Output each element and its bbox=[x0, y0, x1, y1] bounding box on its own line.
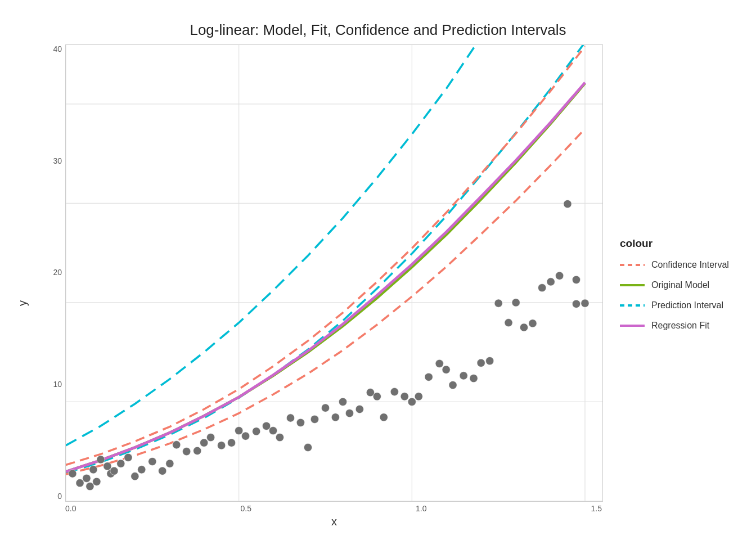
legend-item-prediction: Prediction Interval bbox=[620, 300, 738, 310]
svg-point-16 bbox=[97, 456, 105, 464]
svg-point-34 bbox=[235, 427, 243, 435]
legend-item-regression: Regression Fit bbox=[620, 321, 738, 331]
svg-point-61 bbox=[470, 375, 478, 382]
svg-point-28 bbox=[182, 447, 190, 455]
data-points bbox=[69, 200, 589, 490]
svg-point-50 bbox=[373, 393, 381, 400]
chart-body: y 0 10 20 30 40 bbox=[12, 44, 744, 534]
svg-point-11 bbox=[76, 479, 84, 487]
svg-point-47 bbox=[345, 410, 353, 417]
svg-point-74 bbox=[581, 299, 589, 307]
svg-point-57 bbox=[435, 359, 443, 367]
chart-svg bbox=[65, 44, 603, 502]
svg-point-72 bbox=[564, 200, 572, 208]
svg-point-12 bbox=[83, 474, 91, 482]
svg-point-39 bbox=[276, 433, 284, 441]
regression-fit-swatch bbox=[620, 325, 645, 327]
x-ticks-row: 0.0 0.5 1.0 1.5 bbox=[65, 504, 603, 513]
svg-point-22 bbox=[131, 472, 139, 480]
prediction-interval-label: Prediction Interval bbox=[651, 300, 723, 310]
svg-point-10 bbox=[69, 470, 76, 478]
legend-item-original: Original Model bbox=[620, 280, 738, 290]
svg-point-36 bbox=[253, 428, 260, 435]
prediction-interval-swatch bbox=[620, 304, 645, 307]
svg-point-73 bbox=[572, 300, 580, 308]
svg-point-38 bbox=[269, 427, 277, 435]
original-model-swatch bbox=[620, 284, 645, 286]
svg-point-67 bbox=[520, 323, 528, 331]
confidence-interval-swatch bbox=[620, 264, 645, 266]
svg-point-63 bbox=[486, 357, 494, 365]
svg-point-55 bbox=[415, 393, 422, 400]
original-model-label: Original Model bbox=[651, 280, 709, 290]
svg-point-59 bbox=[449, 381, 457, 389]
svg-point-66 bbox=[512, 299, 520, 307]
svg-point-56 bbox=[425, 373, 433, 381]
svg-point-64 bbox=[494, 299, 502, 307]
svg-point-13 bbox=[86, 483, 94, 490]
confidence-interval-lower bbox=[66, 129, 585, 474]
svg-point-44 bbox=[321, 404, 329, 412]
svg-point-45 bbox=[331, 413, 339, 421]
confidence-interval-label: Confidence Interval bbox=[651, 260, 729, 270]
legend-title: colour bbox=[620, 237, 738, 250]
svg-point-48 bbox=[356, 405, 363, 413]
svg-point-40 bbox=[286, 414, 294, 422]
chart-title: Log-linear: Model, Fit, Confidence and P… bbox=[190, 21, 566, 39]
svg-point-65 bbox=[505, 319, 512, 327]
svg-point-35 bbox=[241, 432, 249, 440]
svg-point-43 bbox=[310, 415, 318, 423]
svg-point-75 bbox=[572, 276, 580, 284]
svg-point-17 bbox=[104, 462, 111, 470]
regression-fit-line bbox=[66, 83, 585, 472]
svg-point-51 bbox=[380, 413, 388, 421]
chart-container: Log-linear: Model, Fit, Confidence and P… bbox=[12, 11, 744, 529]
svg-point-70 bbox=[547, 278, 555, 286]
y-axis-label: y bbox=[12, 44, 33, 534]
svg-point-60 bbox=[460, 372, 467, 380]
svg-point-42 bbox=[304, 443, 312, 451]
svg-point-33 bbox=[227, 439, 235, 447]
plot-and-yaxis: 0 10 20 30 40 bbox=[44, 44, 603, 502]
legend-item-confidence: Confidence Interval bbox=[620, 260, 738, 270]
original-model-line bbox=[66, 83, 585, 471]
svg-point-58 bbox=[442, 366, 450, 374]
svg-point-30 bbox=[200, 439, 208, 447]
svg-point-41 bbox=[296, 418, 304, 426]
svg-point-26 bbox=[166, 460, 174, 467]
y-ticks: 0 10 20 30 40 bbox=[44, 44, 65, 502]
svg-point-53 bbox=[400, 393, 408, 400]
svg-point-27 bbox=[173, 441, 181, 449]
svg-point-54 bbox=[408, 398, 416, 406]
svg-point-69 bbox=[538, 284, 546, 292]
svg-point-25 bbox=[159, 467, 166, 475]
svg-point-23 bbox=[138, 466, 146, 474]
svg-point-46 bbox=[339, 398, 346, 406]
legend-area: colour Confidence Interval Original Mode… bbox=[603, 44, 744, 534]
svg-point-15 bbox=[93, 478, 101, 485]
svg-point-29 bbox=[194, 447, 201, 454]
regression-fit-label: Regression Fit bbox=[651, 321, 709, 331]
svg-point-19 bbox=[110, 467, 118, 475]
svg-point-24 bbox=[148, 457, 156, 465]
prediction-interval-upper bbox=[66, 44, 585, 446]
svg-point-20 bbox=[117, 460, 125, 467]
svg-rect-0 bbox=[66, 45, 602, 501]
chart-area-wrapper: 0 10 20 30 40 bbox=[33, 44, 603, 534]
svg-point-37 bbox=[262, 422, 270, 430]
svg-point-68 bbox=[529, 320, 537, 327]
svg-point-14 bbox=[89, 466, 97, 474]
svg-point-32 bbox=[218, 442, 226, 449]
svg-point-31 bbox=[206, 433, 214, 441]
svg-point-21 bbox=[124, 453, 132, 461]
svg-point-62 bbox=[477, 359, 485, 367]
svg-point-52 bbox=[390, 388, 398, 395]
x-axis-label: x bbox=[65, 515, 603, 528]
svg-point-71 bbox=[556, 272, 564, 280]
